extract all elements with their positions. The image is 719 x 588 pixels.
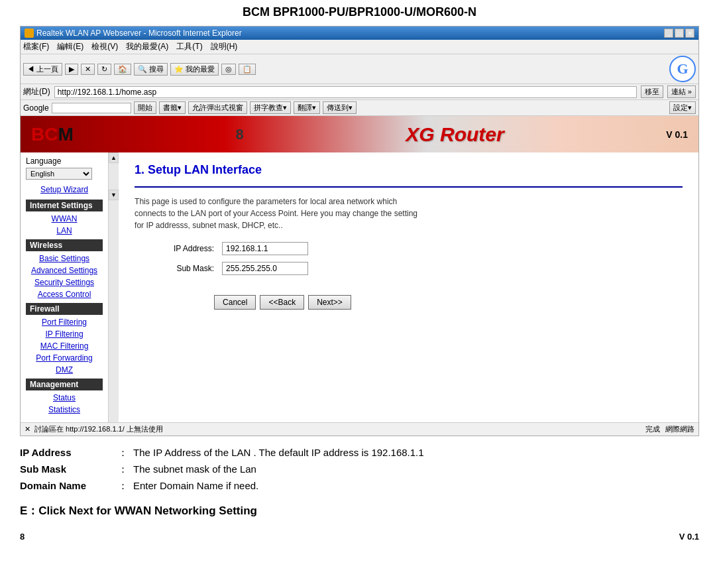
status-bar: ✕ 討論區在 http://192.168.1.1/ 上無法使用 完成 網際網路 (21, 422, 698, 436)
sidebar-item-port-forwarding[interactable]: Port Forwarding (26, 352, 103, 364)
scroll-up-button[interactable]: ▲ (109, 152, 119, 163)
nav-section-wireless: Wireless Basic Settings Advanced Setting… (26, 239, 103, 300)
ip-address-desc-row: IP Address ： The IP Address of the LAN .… (20, 447, 699, 459)
refresh-button[interactable]: ↻ (97, 64, 111, 75)
sidebar-item-advanced-settings[interactable]: Advanced Settings (26, 265, 103, 276)
router-logo: BCM (31, 124, 74, 145)
wireless-header: Wireless (26, 239, 103, 251)
status-bar-right: 完成 網際網路 (645, 424, 694, 434)
links-button[interactable]: 連結 » (667, 86, 696, 98)
google-spell-button[interactable]: 拼字教查▾ (250, 101, 291, 114)
domain-name-desc-row: Domain Name ： Enter Domain Name if need. (20, 480, 699, 493)
content-area: 1. Setup LAN Interface This page is used… (119, 152, 698, 422)
router-version: V 0.1 (666, 129, 688, 140)
menu-file[interactable]: 檔案(F) (23, 41, 49, 52)
back-button[interactable]: <<Back (260, 295, 304, 310)
sidebar-item-lan[interactable]: LAN (26, 225, 103, 237)
sidebar-item-ip-filtering[interactable]: IP Filtering (26, 328, 103, 340)
status-bar-left: ✕ 討論區在 http://192.168.1.1/ 上無法使用 (25, 424, 163, 434)
sidebar-item-mac-filtering[interactable]: MAC Filtering (26, 340, 103, 352)
sub-mask-input[interactable] (222, 262, 308, 275)
home-button[interactable]: 🏠 (114, 64, 131, 75)
window-controls[interactable]: _ □ ✕ (664, 29, 694, 38)
sub-mask-field-name: Sub Mask (20, 463, 113, 476)
domain-name-field-name: Domain Name (20, 480, 113, 493)
google-settings-button[interactable]: 設定▾ (669, 101, 696, 114)
domain-colon: ： (118, 480, 128, 493)
menu-edit[interactable]: 編輯(E) (57, 41, 83, 52)
google-search-button[interactable]: 開始 (134, 101, 156, 114)
sidebar-with-scroll: Language English Setup Wizard Internet S… (21, 152, 119, 422)
ip-address-row: IP Address: (135, 242, 683, 255)
google-label: Google (23, 103, 49, 113)
cancel-button[interactable]: Cancel (214, 295, 256, 310)
maximize-button[interactable]: □ (675, 29, 684, 38)
footer-version: V 0.1 (679, 532, 699, 542)
google-send-button[interactable]: 傳送到▾ (323, 101, 357, 114)
language-dropdown[interactable]: English (26, 168, 92, 180)
google-translate-button[interactable]: 翻譯▾ (294, 101, 320, 114)
media-button[interactable]: ◎ (221, 64, 236, 75)
main-content: Language English Setup Wizard Internet S… (21, 152, 698, 422)
nav-section-firewall: Firewall Port Filtering IP Filtering MAC… (26, 303, 103, 376)
done-status: 完成 (645, 424, 660, 434)
ip-address-label: IP Address: (135, 244, 214, 253)
content-divider (135, 186, 683, 188)
ip-address-input[interactable] (222, 242, 308, 255)
history-button[interactable]: 📋 (239, 64, 256, 75)
back-button[interactable]: ◀ 上一頁 (23, 63, 62, 76)
google-search-input[interactable] (52, 103, 131, 113)
browser-icon (25, 29, 34, 38)
address-bar: 網址(D) 移至 連結 » (21, 84, 698, 100)
scroll-down-button[interactable]: ▼ (109, 190, 119, 200)
address-label: 網址(D) (23, 86, 50, 97)
sidebar-item-dmz[interactable]: DMZ (26, 364, 103, 376)
menu-favorites[interactable]: 我的最愛(A) (126, 41, 168, 52)
sidebar-item-status[interactable]: Status (26, 392, 103, 404)
sidebar-item-security-settings[interactable]: Security Settings (26, 276, 103, 288)
action-buttons: Cancel <<Back Next>> (214, 295, 683, 310)
browser-window: Realtek WLAN AP Webserver - Microsoft In… (20, 26, 699, 436)
google-popup-button[interactable]: 允許彈出式視窗 (188, 101, 247, 114)
sub-mask-desc-row: Sub Mask ： The subnet mask of the Lan (20, 463, 699, 476)
sidebar-item-port-filtering[interactable]: Port Filtering (26, 316, 103, 328)
next-button[interactable]: Next>> (308, 295, 351, 310)
browser-titlebar: Realtek WLAN AP Webserver - Microsoft In… (21, 27, 698, 40)
setup-wizard-link[interactable]: Setup Wizard (26, 185, 103, 194)
browser-menubar: 檔案(F) 編輯(E) 檢視(V) 我的最愛(A) 工具(T) 說明(H) (21, 40, 698, 54)
domain-name-field-desc: Enter Domain Name if need. (133, 480, 258, 493)
stop-button[interactable]: ✕ (81, 64, 95, 75)
language-label: Language (26, 156, 103, 166)
menu-view[interactable]: 檢視(V) (91, 41, 118, 52)
close-button[interactable]: ✕ (685, 29, 694, 38)
menu-help[interactable]: 說明(H) (211, 41, 238, 52)
sidebar-item-statistics[interactable]: Statistics (26, 404, 103, 416)
google-button[interactable]: G (669, 56, 696, 82)
nav-section-internet: Internet Settings WWAN LAN (26, 200, 103, 237)
language-section: Language English (26, 156, 103, 180)
sidebar-scrollbar[interactable]: ▲ ▼ (108, 152, 119, 422)
google-news-button[interactable]: 書籤▾ (159, 101, 186, 114)
menu-tools[interactable]: 工具(T) (176, 41, 202, 52)
lan-form: IP Address: Sub Mask: (135, 242, 683, 275)
ip-address-field-desc: The IP Address of the LAN . The default … (133, 447, 424, 459)
address-input[interactable] (54, 86, 637, 98)
sidebar-item-access-control[interactable]: Access Control (26, 288, 103, 300)
sub-mask-field-desc: The subnet mask of the Lan (133, 463, 256, 476)
bottom-note: E：Click Next for WWAN Networking Setting (20, 503, 699, 518)
below-browser-content: IP Address ： The IP Address of the LAN .… (0, 436, 719, 529)
forward-button[interactable]: ▶ (65, 64, 78, 75)
content-heading: 1. Setup LAN Interface (135, 163, 683, 177)
minimize-button[interactable]: _ (664, 29, 673, 38)
management-header: Management (26, 379, 103, 390)
stop-icon: ✕ (25, 425, 30, 434)
search-button[interactable]: 🔍 搜尋 (134, 63, 168, 76)
favorites-button[interactable]: ⭐ 我的最愛 (170, 63, 219, 76)
sidebar-item-wwan[interactable]: WWAN (26, 213, 103, 225)
router-number: 8 (235, 126, 243, 143)
go-button[interactable]: 移至 (641, 86, 663, 98)
ip-colon: ： (118, 447, 128, 459)
sub-colon: ： (118, 463, 128, 476)
language-select-row: English (26, 168, 103, 180)
sidebar-item-basic-settings[interactable]: Basic Settings (26, 253, 103, 265)
